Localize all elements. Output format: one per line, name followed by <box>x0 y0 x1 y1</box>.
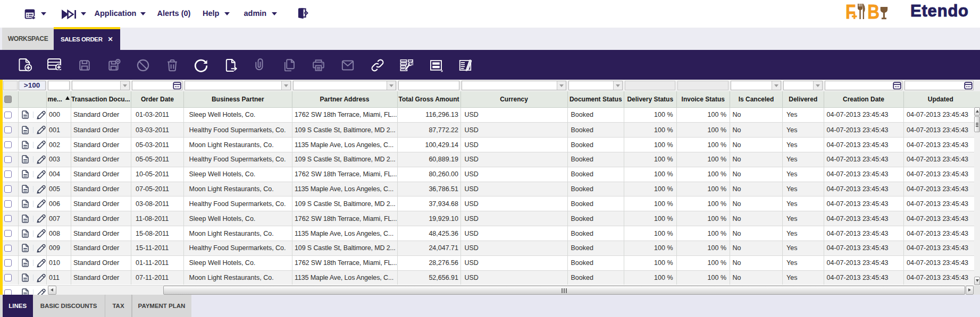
svg-text:B: B <box>867 3 880 21</box>
